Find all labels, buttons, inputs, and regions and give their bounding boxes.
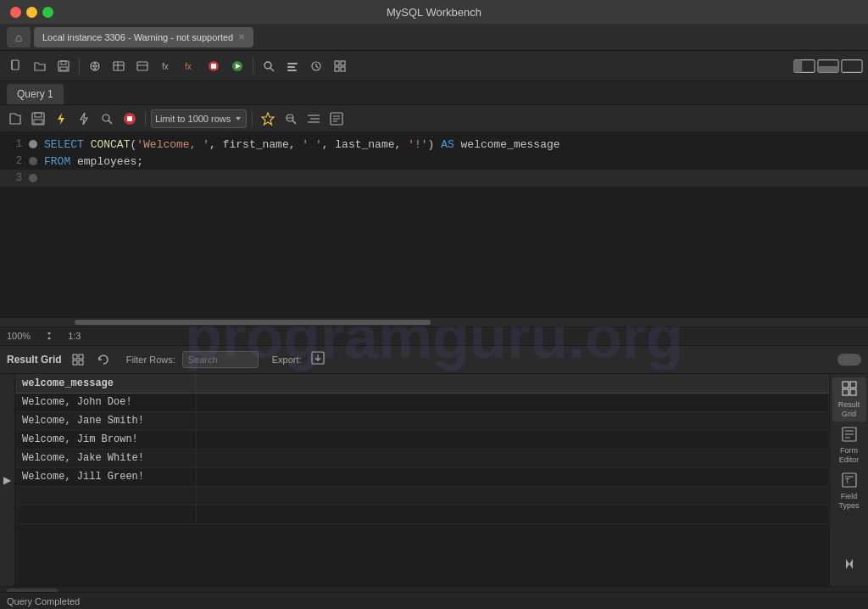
close-button[interactable] bbox=[10, 7, 21, 18]
lightning2-button[interactable] bbox=[74, 109, 94, 129]
collapse-arrow[interactable]: ▶ bbox=[0, 374, 15, 587]
conn-tab[interactable]: Local instance 3306 - Warning - not supp… bbox=[34, 27, 253, 47]
stop-button[interactable] bbox=[120, 109, 140, 129]
svg-text:fx: fx bbox=[162, 62, 169, 71]
line-dot-3 bbox=[29, 174, 37, 182]
export-btn[interactable] bbox=[309, 350, 327, 369]
h-scrollbar-thumb[interactable] bbox=[75, 320, 431, 325]
save-file-button[interactable] bbox=[53, 55, 75, 77]
table-row[interactable]: Welcome, Jill Green! bbox=[15, 467, 829, 486]
side-panel-form-editor[interactable]: FormEditor bbox=[832, 423, 866, 467]
toggle-sidebar-btn[interactable] bbox=[793, 55, 815, 77]
toggle-panels-btn[interactable] bbox=[841, 55, 863, 77]
editor-section: programguru.org 1 SELECT CONCAT('Welcome… bbox=[0, 132, 868, 345]
traffic-lights bbox=[10, 7, 53, 18]
svg-rect-29 bbox=[794, 59, 802, 72]
svg-rect-41 bbox=[127, 116, 132, 121]
cell-row2-col2 bbox=[196, 411, 828, 430]
conn-tab-close[interactable]: ✕ bbox=[238, 32, 245, 42]
indent-button[interactable] bbox=[303, 109, 324, 129]
format-button[interactable] bbox=[281, 55, 303, 77]
svg-rect-34 bbox=[35, 113, 42, 117]
schema-view-button[interactable] bbox=[329, 55, 351, 77]
svg-rect-7 bbox=[114, 62, 124, 70]
schema-button[interactable] bbox=[84, 55, 106, 77]
function-button[interactable]: fx bbox=[179, 55, 201, 77]
side-panel-expand[interactable] bbox=[832, 542, 866, 586]
new-file-button[interactable] bbox=[5, 55, 27, 77]
query-tab-label: Query 1 bbox=[17, 88, 53, 100]
svg-rect-21 bbox=[287, 66, 295, 68]
result-table-container: welcome_message Welcome, John Doe! Welco… bbox=[15, 374, 829, 587]
query-tab[interactable]: Query 1 bbox=[7, 84, 64, 104]
cell-row4-col1: Welcome, Jake White! bbox=[15, 449, 196, 467]
code-line-1[interactable]: 1 SELECT CONCAT('Welcome, ', first_name,… bbox=[0, 136, 868, 153]
side-panel-result-grid[interactable]: ResultGrid bbox=[832, 377, 866, 422]
svg-rect-62 bbox=[843, 382, 849, 388]
find-button[interactable] bbox=[281, 109, 301, 129]
svg-rect-25 bbox=[341, 61, 345, 65]
status-message: Query Completed bbox=[7, 596, 80, 606]
table-row[interactable]: Welcome, Jane Smith! bbox=[15, 411, 829, 430]
cell-row1-col2 bbox=[196, 393, 828, 411]
code-line-3[interactable]: 3 bbox=[0, 170, 868, 187]
svg-line-19 bbox=[270, 68, 274, 71]
svg-marker-54 bbox=[47, 332, 51, 335]
cell-row5-col2 bbox=[196, 467, 828, 486]
limit-select[interactable]: Limit to 1000 rows bbox=[151, 109, 247, 128]
svg-point-18 bbox=[264, 62, 271, 69]
star-button[interactable] bbox=[258, 109, 278, 129]
filter-input[interactable] bbox=[182, 351, 259, 368]
svg-rect-26 bbox=[335, 67, 339, 71]
watermark: programguru.org bbox=[185, 302, 683, 318]
toggle-result-btn[interactable] bbox=[817, 55, 839, 77]
filter-label: Filter Rows: bbox=[126, 355, 175, 365]
form-editor-panel-label: FormEditor bbox=[839, 446, 860, 465]
save-script-button[interactable] bbox=[28, 109, 48, 129]
result-grid-icon-btn[interactable] bbox=[69, 350, 87, 369]
line-num-2: 2 bbox=[3, 155, 29, 167]
code-line-2[interactable]: 2 FROM employees; bbox=[0, 153, 868, 170]
procedure-button[interactable]: fx bbox=[155, 55, 177, 77]
svg-marker-36 bbox=[58, 113, 64, 125]
stop-exec-button[interactable] bbox=[203, 55, 225, 77]
exec-button[interactable] bbox=[226, 55, 248, 77]
conn-tab-bar: ⌂ Local instance 3306 - Warning - not su… bbox=[0, 24, 868, 51]
refresh-button[interactable] bbox=[94, 350, 113, 369]
table-row[interactable]: Welcome, Jim Brown! bbox=[15, 430, 829, 449]
col-header-welcome: welcome_message bbox=[15, 374, 196, 394]
open-script-button[interactable] bbox=[5, 109, 25, 129]
inspect-button[interactable] bbox=[258, 55, 280, 77]
line-dot-1 bbox=[29, 140, 37, 148]
cell-row5-col1: Welcome, Jill Green! bbox=[15, 467, 196, 486]
export-sql-button[interactable] bbox=[326, 109, 347, 129]
code-content-3 bbox=[44, 172, 51, 185]
sql-toolbar: Limit to 1000 rows bbox=[0, 105, 868, 132]
col-header-empty bbox=[196, 374, 828, 394]
side-panel-field-types[interactable]: T FieldTypes bbox=[832, 469, 866, 513]
h-scrollbar[interactable] bbox=[0, 318, 868, 327]
editor-lines[interactable]: programguru.org 1 SELECT CONCAT('Welcome… bbox=[0, 132, 868, 318]
table-row[interactable] bbox=[15, 505, 829, 523]
lightning-button[interactable] bbox=[51, 109, 71, 129]
wrap-toggle[interactable] bbox=[837, 354, 861, 366]
svg-marker-43 bbox=[262, 113, 274, 125]
home-button[interactable]: ⌂ bbox=[7, 27, 31, 47]
field-types-icon: T bbox=[840, 471, 859, 489]
table-row[interactable]: Welcome, Jake White! bbox=[15, 449, 829, 467]
minimize-button[interactable] bbox=[26, 7, 37, 18]
svg-rect-35 bbox=[34, 120, 42, 124]
svg-line-39 bbox=[108, 120, 112, 124]
fullscreen-button[interactable] bbox=[42, 7, 53, 18]
view-button[interactable] bbox=[131, 55, 153, 77]
table-row[interactable] bbox=[15, 486, 829, 505]
table-button[interactable] bbox=[108, 55, 130, 77]
open-file-button[interactable] bbox=[29, 55, 51, 77]
svg-rect-22 bbox=[287, 70, 297, 71]
history-button[interactable] bbox=[305, 55, 327, 77]
code-content-2: FROM employees; bbox=[44, 155, 143, 168]
magnify-button[interactable] bbox=[97, 109, 117, 129]
table-row[interactable]: Welcome, John Doe! bbox=[15, 393, 829, 411]
svg-rect-31 bbox=[818, 66, 838, 72]
result-area: ▶ welcome_message Welcome, John Doe! W bbox=[0, 374, 868, 587]
